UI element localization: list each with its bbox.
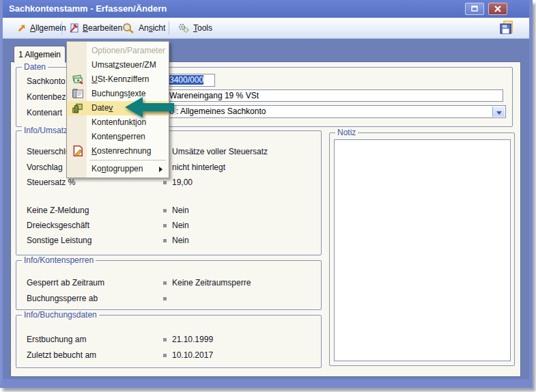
restore-icon [466,3,483,14]
magnifier-icon [122,23,135,34]
toolbar-label: Allgemein [30,23,66,33]
toolbar-label: Ansicht [139,23,165,33]
row-value: Nein [172,236,189,245]
group-legend: Info/Kontensperren [22,255,96,265]
building-blocks-icon [72,102,84,114]
row-label: Sonstige Leistung [27,236,91,245]
clipboard-hammer-icon [68,23,79,33]
group-info-kontensperren: Info/Kontensperren Gesperrt ab Zeitraum … [16,260,322,310]
notiz-textarea[interactable] [334,139,511,361]
save-floppy-icon [499,20,514,35]
kontenart-dropdown[interactable]: 0 : Allgemeines Sachkonto [167,105,506,118]
toolbar-button-allgemein[interactable]: Allgemein [14,18,69,38]
toolbar-label: Bearbeiten [83,23,122,33]
sachkonto-input[interactable]: 3400/000 [167,74,215,87]
annotation-arrow-icon [124,96,175,119]
titlebar[interactable]: Sachkontenstamm - Erfassen/Ändern [3,0,529,18]
restore-button[interactable] [465,3,484,15]
bullet-icon [163,281,167,285]
row-label: Erstbuchung am [27,335,86,344]
save-button[interactable] [499,20,516,36]
row-value: nicht hinterlegt [172,163,225,172]
row-label: Buchungssperre ab [27,294,98,303]
row-label: Vorschlag [27,163,63,172]
toolbar: Allgemein Bearbeiten Ansicht [3,18,529,39]
note-pencil-icon [72,145,84,157]
menu-separator [89,160,166,160]
row-value: Nein [172,206,189,215]
bullet-icon [163,354,167,357]
menu-item-optionen-parameter: Optionen/Parameter [68,44,168,58]
toolbar-button-bearbeiten[interactable]: Bearbeiten [66,18,125,38]
row-value: Keine Zeitraumsperre [172,278,251,288]
bullet-icon [163,224,167,227]
toolbar-button-tools[interactable]: Tools [175,18,215,38]
field-value: Wareneingang 19 % VSt [169,91,259,100]
group-legend: Info/Buchungsdaten [22,310,99,320]
menu-item-umsatzsteuer-zm[interactable]: Umsatzsteuer/ZM [68,58,168,72]
kontenbezeichnung-input[interactable]: Wareneingang 19 % VSt [167,89,503,102]
gears-icon [178,23,190,33]
row-value: 10.10.2017 [172,350,213,360]
field-label-kontenart: Kontenart [27,108,62,117]
toolbar-separator [169,21,169,35]
toolbar-button-ansicht[interactable]: Ansicht [119,18,168,38]
row-value: Nein [172,221,189,230]
group-notiz: Notiz [329,132,515,366]
group-legend: Notiz [335,128,358,137]
bullet-icon [163,239,167,242]
submenu-arrow-icon [159,167,163,172]
dropdown-button[interactable] [492,107,505,117]
selected-text: 3400/000 [169,75,203,85]
row-label: Keine Z-Meldung [27,206,89,215]
chevron-down-icon [496,111,502,115]
banknotes-icon [72,73,84,85]
app-window: Sachkontenstamm - Erfassen/Ändern Allgem… [0,0,533,388]
bullet-icon [163,181,167,184]
row-value: Umsätze voller Steuersatz [172,147,268,156]
bullet-icon [163,338,167,341]
close-button[interactable] [488,3,507,15]
note-device-icon [72,87,84,100]
row-value: 19,00 [172,178,193,187]
group-legend: Daten [22,62,48,72]
menu-item-kontogruppen[interactable]: Kontogruppen [68,162,168,176]
row-value: 21.10.1999 [172,335,213,344]
row-label: Dreiecksgeschäft [27,221,89,230]
dropdown-value: 0 : Allgemeines Sachkonto [169,107,266,116]
bullet-icon [163,209,167,212]
window-title: Sachkontenstamm - Erfassen/Ändern [9,3,167,14]
field-label-sachkonto: Sachkonto [27,76,66,86]
close-icon [489,3,507,14]
toolbar-separator [61,21,62,35]
diagonal-arrow-icon [16,23,27,33]
group-info-buchungsdaten: Info/Buchungsdaten Erstbuchung am 21.10.… [16,315,322,368]
toolbar-label: Tools [193,23,212,33]
bullet-icon [163,297,167,300]
row-label: Zuletzt bebucht am [27,350,96,360]
menu-item-kontensperren[interactable]: Kontensperren [68,130,168,144]
row-label: Gesperrt ab Zeitraum [27,278,104,288]
row-label: Steuersatz % [27,178,75,187]
tab-1-allgemein[interactable]: 1 Allgemein [14,46,66,63]
